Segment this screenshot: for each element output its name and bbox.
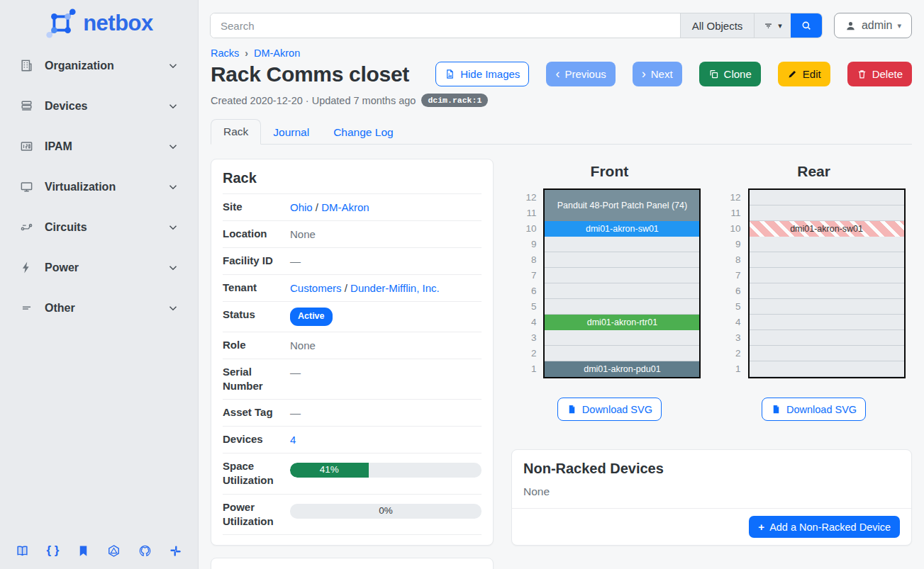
rack-elevations: Front 121110987654321 Panduit 48-Port Pa…: [511, 159, 912, 421]
rack-unit-slot[interactable]: [750, 346, 904, 361]
download-svg-rear-button[interactable]: Download SVG: [762, 398, 866, 421]
rack-device[interactable]: dmi01-akron-rtr01: [545, 315, 699, 330]
edit-button[interactable]: Edit: [778, 62, 830, 86]
rack-device[interactable]: Panduit 48-Port Patch Panel (74): [545, 190, 699, 221]
rack-unit-number: 12: [723, 190, 741, 205]
rack-unit-slot[interactable]: [750, 205, 904, 221]
rack-unit-slot[interactable]: [750, 361, 904, 377]
rack-device-label: dmi01-akron-sw01: [790, 224, 863, 234]
rear-elevation-title: Rear: [797, 163, 830, 180]
tab-rack[interactable]: Rack: [211, 119, 261, 145]
front-elevation-title: Front: [591, 163, 629, 180]
chevron-left-icon: ‹: [555, 67, 560, 80]
sidebar-item-ipam[interactable]: IPAM: [6, 130, 192, 162]
created-updated-text: Created 2020-12-20 · Updated 7 months ag…: [211, 95, 416, 106]
rack-unit-number: 9: [518, 237, 536, 252]
rack-unit-slot[interactable]: [545, 237, 699, 252]
breadcrumb-chevron-icon: ›: [245, 47, 248, 59]
clone-button[interactable]: Clone: [699, 62, 761, 86]
rack-unit-numbers: 121110987654321: [723, 188, 741, 377]
slack-icon[interactable]: [169, 543, 182, 558]
github-icon[interactable]: [138, 543, 152, 558]
object-meta: Created 2020-12-20 · Updated 7 months ag…: [211, 94, 912, 107]
search-input[interactable]: [211, 13, 680, 38]
sidebar-item-label: Power: [45, 261, 167, 274]
chevron-right-icon: ›: [642, 67, 646, 80]
rack-unit-slot[interactable]: [545, 252, 699, 268]
rack-unit-slot[interactable]: [750, 299, 904, 315]
rack-unit-number: 5: [518, 299, 536, 315]
next-button[interactable]: › Next: [633, 62, 682, 86]
rack-device[interactable]: dmi01-akron-sw01: [750, 221, 904, 237]
sidebar-item-label: Other: [45, 302, 167, 315]
site-link[interactable]: DM-Akron: [321, 201, 369, 213]
chevron-down-icon: [167, 181, 179, 193]
lines-icon: [20, 301, 33, 315]
rack-unit-slot[interactable]: [750, 315, 904, 330]
sidebar-item-circuits[interactable]: Circuits: [6, 211, 192, 243]
docs-book-icon[interactable]: [16, 543, 29, 558]
devices-count-link[interactable]: 4: [290, 434, 296, 446]
attr-row-status: Status Active: [223, 302, 482, 332]
rack-device[interactable]: dmi01-akron-sw01: [545, 221, 699, 237]
user-label: admin: [862, 19, 893, 32]
rack-unit-number: 4: [723, 315, 741, 330]
search-filter-dropdown[interactable]: ▾: [754, 13, 791, 38]
netbox-logo-text: netbox: [83, 11, 153, 36]
rack-unit-slot[interactable]: [750, 330, 904, 346]
rack-device[interactable]: dmi01-akron-pdu01: [545, 361, 699, 377]
breadcrumb-link-dm-akron[interactable]: DM-Akron: [254, 47, 300, 59]
sidebar-item-organization[interactable]: Organization: [6, 50, 192, 81]
breadcrumb-link-racks[interactable]: Racks: [211, 47, 239, 59]
rack-device-label: dmi01-akron-pdu01: [584, 364, 660, 374]
tenant-group-link[interactable]: Customers: [290, 282, 342, 294]
building-icon: [20, 59, 33, 72]
site-parent-link[interactable]: Ohio: [290, 201, 313, 213]
previous-button[interactable]: ‹ Previous: [546, 62, 615, 86]
ipam-icon: [20, 140, 33, 153]
sidebar: netbox Organization Devices: [0, 0, 199, 569]
sidebar-nav: Organization Devices: [0, 50, 198, 332]
download-svg-front-button[interactable]: Download SVG: [557, 398, 662, 421]
rack-unit-slot[interactable]: [545, 299, 699, 315]
breadcrumb: Racks › DM-Akron: [211, 47, 912, 59]
rack-unit-slot[interactable]: [545, 346, 699, 361]
graphql-icon[interactable]: [107, 543, 121, 558]
rack-unit-slot[interactable]: [545, 268, 699, 283]
rack-unit-slot[interactable]: [750, 283, 904, 299]
rack-unit-number: 12: [518, 190, 536, 205]
rack-unit-slot[interactable]: [545, 283, 699, 299]
rack-unit-slot[interactable]: [750, 237, 904, 252]
secondary-panel: [211, 558, 494, 569]
sidebar-item-power[interactable]: Power: [6, 252, 192, 283]
rest-api-icon[interactable]: { }: [46, 543, 59, 558]
add-non-racked-device-button[interactable]: + Add a Non-Racked Device: [749, 516, 900, 538]
tab-journal[interactable]: Journal: [261, 120, 321, 145]
rack-panel: Rack Site Ohio / DM-Akron Location None …: [211, 159, 494, 546]
sidebar-item-virtualization[interactable]: Virtualization: [6, 171, 192, 203]
non-racked-devices-body: None: [512, 484, 911, 508]
person-icon: [845, 20, 857, 32]
non-racked-devices-title: Non-Racked Devices: [512, 450, 911, 484]
netbox-logo[interactable]: netbox: [0, 7, 198, 40]
search-submit-button[interactable]: [791, 13, 822, 38]
sidebar-item-devices[interactable]: Devices: [6, 90, 192, 122]
hide-images-button[interactable]: Hide Images: [435, 62, 529, 86]
delete-button[interactable]: Delete: [847, 62, 912, 86]
lightning-icon: [20, 261, 33, 274]
sidebar-item-other[interactable]: Other: [6, 292, 192, 324]
tab-change-log[interactable]: Change Log: [321, 120, 405, 145]
front-rack-box: Panduit 48-Port Patch Panel (74)dmi01-ak…: [543, 188, 701, 378]
rack-unit-slot[interactable]: [750, 252, 904, 268]
download-file-icon: [567, 404, 577, 415]
rack-unit-numbers: 121110987654321: [518, 188, 536, 377]
rack-unit-slot[interactable]: [750, 268, 904, 283]
tenant-link[interactable]: Dunder-Mifflin, Inc.: [350, 282, 440, 294]
rack-unit-slot[interactable]: [750, 190, 904, 205]
header-buttons: Hide Images ‹ Previous › Next Clone: [435, 62, 912, 86]
api-docs-icon[interactable]: [77, 543, 90, 558]
search-scope-button[interactable]: All Objects: [680, 13, 755, 38]
rack-unit-slot[interactable]: [545, 330, 699, 346]
user-menu-button[interactable]: admin ▾: [834, 13, 912, 38]
sidebar-item-label: Devices: [45, 100, 167, 113]
